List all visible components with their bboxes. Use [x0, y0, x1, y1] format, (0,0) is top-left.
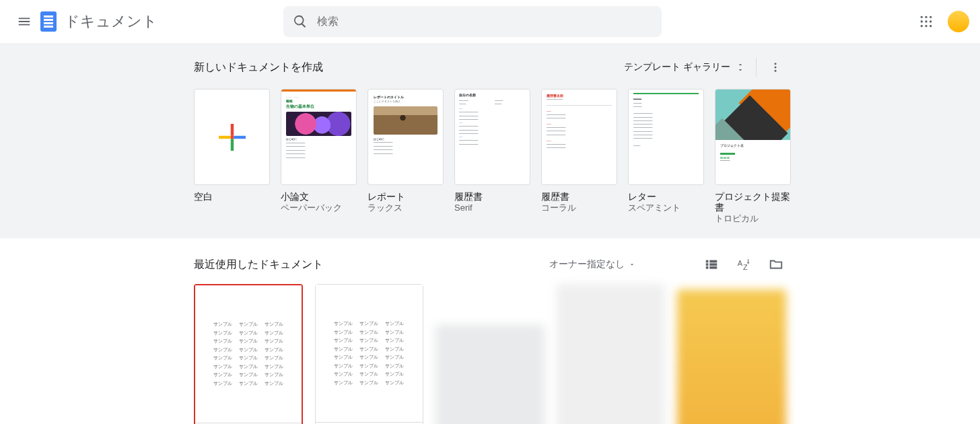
templates-more-button[interactable] — [765, 57, 786, 78]
account-avatar[interactable] — [948, 11, 969, 32]
more-vert-icon — [769, 61, 781, 73]
dropdown-icon — [629, 261, 635, 268]
recent-documents-section: 最近使用したドキュメント オーナー指定なし AZ サンプルサンプルサンプルサンプ… — [194, 254, 786, 424]
owner-filter-label: オーナー指定なし — [549, 258, 625, 271]
document-preview: サンプルサンプルサンプルサンプルサンプルサンプルサンプルサンプルサンプルサンプル… — [195, 285, 302, 423]
svg-text:A: A — [738, 259, 743, 267]
separator — [756, 58, 757, 77]
template-subtitle: コーラル — [541, 203, 617, 214]
owner-filter-button[interactable]: オーナー指定なし — [549, 258, 635, 271]
gallery-button-label: テンプレート ギャラリー — [624, 61, 730, 73]
template-subtitle: スペアミント — [628, 203, 704, 214]
plus-icon — [219, 124, 246, 151]
template-title: レポート — [368, 192, 444, 203]
hamburger-icon — [17, 14, 32, 29]
template-subtitle: ペーパーバック — [281, 203, 357, 214]
svg-rect-14 — [230, 139, 233, 151]
svg-point-6 — [921, 25, 923, 27]
app-name: ドキュメント — [65, 11, 158, 32]
search-input[interactable] — [317, 15, 652, 28]
document-card[interactable]: サンプルサンプルサンプルサンプルサンプルサンプルサンプルサンプルサンプルサンプル… — [194, 284, 303, 424]
template-letter[interactable]: ━━━━━━━━━━━━━━━━ ━━━━━━━━━━━━━━━━━━━━━━━… — [628, 89, 704, 225]
docs-logo-icon — [40, 11, 57, 32]
svg-rect-15 — [219, 135, 231, 138]
docs-logo[interactable]: ドキュメント — [40, 11, 158, 32]
template-subtitle: Serif — [454, 203, 530, 214]
blurred-document — [557, 284, 666, 424]
template-title: 履歴書 — [541, 192, 617, 203]
svg-point-10 — [775, 67, 777, 69]
svg-point-4 — [925, 20, 927, 22]
svg-point-1 — [925, 16, 927, 18]
search-icon — [293, 14, 308, 29]
recent-heading: 最近使用したドキュメント — [194, 258, 323, 272]
svg-text:Z: Z — [743, 264, 748, 272]
template-proposal[interactable]: プロジェクト名 00.00.00 ━━━━━━━ プロジェクト提案書 トロピカル — [715, 89, 791, 225]
svg-point-0 — [921, 16, 923, 18]
template-gallery-button[interactable]: テンプレート ギャラリー — [621, 57, 748, 77]
list-view-button[interactable] — [701, 254, 722, 275]
google-apps-button[interactable] — [913, 8, 940, 35]
unfold-icon — [736, 61, 745, 73]
blurred-document — [677, 284, 786, 424]
template-gallery-strip: 新しいドキュメントを作成 テンプレート ギャラリー 空白 — [0, 43, 980, 238]
template-title: 履歴書 — [454, 192, 530, 203]
template-subtitle: ラックス — [368, 203, 444, 214]
search-bar[interactable] — [283, 6, 662, 37]
open-picker-button[interactable] — [766, 254, 786, 275]
template-blank[interactable]: 空白 — [194, 89, 270, 225]
app-header: ドキュメント — [0, 0, 980, 43]
blurred-document — [435, 284, 545, 424]
svg-point-5 — [930, 20, 932, 22]
list-icon — [704, 257, 719, 272]
svg-point-2 — [930, 16, 932, 18]
apps-grid-icon — [919, 15, 933, 28]
svg-point-8 — [930, 25, 932, 27]
template-resume-serif[interactable]: 自分の名前 ━━━ ━━━━━━━━━━━ ━━━━━━━━ ──━━━━━━━… — [454, 89, 530, 225]
svg-rect-16 — [230, 135, 233, 138]
svg-point-7 — [925, 25, 927, 27]
svg-rect-12 — [230, 124, 233, 136]
sort-az-icon: AZ — [736, 257, 751, 272]
template-essay[interactable]: —— · —— 概略 生物の基本単位 はじめに ━━━━━━━━━━━━━━━━… — [281, 89, 357, 225]
svg-point-9 — [775, 63, 777, 65]
template-title: 小論文 — [281, 192, 357, 203]
template-title: プロジェクト提案書 — [715, 192, 791, 213]
template-subtitle: トロピカル — [715, 213, 791, 225]
svg-rect-13 — [234, 135, 246, 138]
document-card[interactable]: サンプルサンプルサンプルサンプルサンプルサンプルサンプルサンプルサンプルサンプル… — [315, 284, 424, 424]
template-title: 空白 — [194, 192, 270, 203]
template-report[interactable]: レポートのタイトル ここにテキストを挿入 はじめに ━━━━━━━━━━━━━━… — [368, 89, 444, 225]
document-preview: サンプルサンプルサンプルサンプルサンプルサンプルサンプルサンプルサンプルサンプル… — [316, 285, 423, 422]
svg-point-11 — [775, 70, 777, 72]
template-title: レター — [628, 192, 704, 203]
templates-heading: 新しいドキュメントを作成 — [194, 61, 323, 75]
template-resume-coral[interactable]: 履歴書名前 ━━━━━━━━━━━━ ──━━━━━━━━━━━━━━━━━━━… — [541, 89, 617, 225]
main-menu-button[interactable] — [11, 8, 38, 35]
folder-icon — [769, 257, 783, 272]
sort-button[interactable]: AZ — [734, 254, 754, 275]
svg-point-3 — [921, 20, 923, 22]
